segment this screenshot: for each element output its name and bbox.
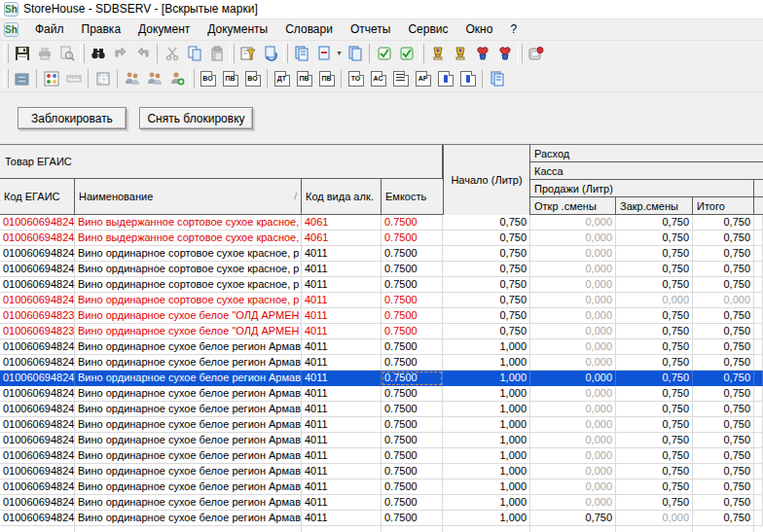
header-col-name[interactable]: Наименование / bbox=[75, 179, 302, 214]
check-active-button[interactable] bbox=[373, 43, 395, 64]
cell-alc-code[interactable]: 4011 bbox=[302, 402, 382, 417]
session-record-button[interactable] bbox=[525, 43, 547, 64]
unlock-button[interactable]: Снять блокировку bbox=[139, 107, 253, 129]
cell-egais-code[interactable]: 0100606948240 bbox=[0, 277, 75, 293]
cell-capacity[interactable]: 0.7500 bbox=[382, 308, 443, 324]
cell-egais-code[interactable]: 0100606948240 bbox=[0, 511, 75, 526]
cell-close-shift[interactable]: 0,750 bbox=[616, 433, 693, 448]
menu-item-отчеты[interactable]: Отчеты bbox=[342, 20, 399, 38]
header-group-sales[interactable]: Продажи (Литр) bbox=[530, 180, 754, 196]
cell-total[interactable]: 0,750 bbox=[693, 371, 754, 386]
trophy-gold-button-2[interactable] bbox=[449, 43, 471, 64]
cell-egais-code[interactable]: 0100606948240 bbox=[0, 339, 75, 355]
document-remove-button[interactable] bbox=[312, 43, 335, 64]
cell-start[interactable]: 0,750 bbox=[443, 277, 530, 293]
palette-dots-button[interactable] bbox=[40, 68, 62, 89]
cell-close-shift[interactable]: 0,750 bbox=[616, 495, 693, 511]
table-row[interactable]: 0100606948240 Вино ординарное сухое бело… bbox=[0, 339, 763, 355]
menu-item-правка[interactable]: Правка bbox=[73, 20, 130, 38]
header-col-start[interactable]: Начало (Литр) bbox=[443, 145, 530, 215]
cell-close-shift[interactable]: 0,750 bbox=[616, 339, 693, 355]
cell-alc-code[interactable]: 4011 bbox=[302, 339, 382, 355]
cell-alc-code[interactable]: 4011 bbox=[302, 433, 382, 448]
badge-color-button-2[interactable] bbox=[493, 43, 516, 64]
document-type-button[interactable]: ПВ bbox=[315, 68, 338, 89]
cell-name[interactable]: Вино ординарное сортовое сухое красное, … bbox=[75, 277, 302, 293]
print-preview-button[interactable] bbox=[55, 43, 78, 64]
table-row[interactable]: 0100606948240 Вино ординарное сухое бело… bbox=[0, 448, 763, 464]
document-type-button[interactable] bbox=[389, 68, 412, 89]
cell-capacity[interactable]: 0.7500 bbox=[382, 386, 443, 402]
cell-close-shift[interactable]: 0,750 bbox=[616, 386, 693, 402]
menu-item-окно[interactable]: Окно bbox=[457, 20, 502, 38]
document-type-button[interactable]: АР bbox=[412, 68, 434, 89]
cell-start[interactable]: 1,000 bbox=[443, 433, 530, 448]
document-type-button[interactable]: ВО bbox=[241, 68, 264, 89]
chevron-down-icon[interactable]: ▾ bbox=[335, 43, 344, 64]
check-all-button[interactable] bbox=[395, 43, 418, 64]
cell-alc-code[interactable]: 4011 bbox=[302, 371, 382, 386]
undo-button[interactable] bbox=[259, 43, 281, 64]
cell-open-shift[interactable]: 0,000 bbox=[530, 339, 616, 355]
cell-alc-code[interactable]: 4011 bbox=[302, 448, 382, 464]
cell-egais-code[interactable]: 0100606948240 bbox=[0, 417, 75, 433]
document-type-button[interactable] bbox=[434, 68, 456, 89]
grid-button[interactable] bbox=[91, 68, 114, 89]
cell-close-shift[interactable]: 0,750 bbox=[616, 246, 693, 262]
cell-close-shift[interactable]: 0,000 bbox=[616, 293, 693, 308]
cell-open-shift[interactable]: 0,000 bbox=[530, 231, 616, 246]
cell-close-shift[interactable]: 0,750 bbox=[616, 417, 693, 433]
cell-capacity[interactable]: 0.7500 bbox=[382, 402, 443, 417]
header-group-kassa[interactable]: Касса bbox=[530, 162, 763, 179]
toolbar-grip[interactable] bbox=[4, 44, 9, 63]
cell-close-shift[interactable]: 0,750 bbox=[616, 464, 693, 479]
print-button[interactable] bbox=[33, 43, 55, 64]
cell-total[interactable]: 0,750 bbox=[693, 277, 754, 293]
cell-start[interactable]: 1,000 bbox=[443, 448, 530, 464]
header-col-total[interactable]: Итого bbox=[693, 197, 754, 214]
document-type-button[interactable]: ДТ bbox=[271, 68, 293, 89]
cell-egais-code[interactable]: 0100606948240 bbox=[0, 464, 75, 479]
cell-egais-code[interactable]: 0100606948240 bbox=[0, 371, 75, 386]
cell-alc-code[interactable]: 4061 bbox=[302, 231, 382, 246]
cell-open-shift[interactable]: 0,750 bbox=[530, 511, 616, 526]
cell-close-shift[interactable]: 0,750 bbox=[616, 479, 693, 495]
cell-capacity[interactable]: 0.7500 bbox=[382, 262, 443, 277]
cell-capacity[interactable]: 0.7500 bbox=[382, 495, 443, 511]
header-col-close-shift[interactable]: Закр.смены bbox=[616, 197, 693, 214]
find-prev-button[interactable] bbox=[131, 43, 154, 64]
cell-open-shift[interactable]: 0,000 bbox=[530, 293, 616, 308]
cell-total[interactable]: 0,750 bbox=[693, 215, 754, 231]
cell-egais-code[interactable]: 0100606948240 bbox=[0, 433, 75, 448]
cell-egais-code[interactable]: 0100606948240 bbox=[0, 479, 75, 495]
documents-stack-button[interactable] bbox=[486, 68, 508, 89]
header-group-product[interactable]: Товар ЕГАИС bbox=[0, 145, 443, 179]
cell-capacity[interactable]: 0.7500 bbox=[382, 277, 443, 293]
cell-name[interactable]: Вино ординарное сухое белое регион Армав bbox=[75, 511, 302, 526]
cell-egais-code[interactable]: 0100606948240 bbox=[0, 262, 75, 277]
table-row[interactable]: 0100606948240 Вино ординарное сортовое с… bbox=[0, 262, 763, 277]
cell-capacity[interactable]: 0.7500 bbox=[382, 479, 443, 495]
cell-start[interactable]: 1,000 bbox=[443, 402, 530, 417]
cell-start[interactable]: 1,000 bbox=[443, 371, 530, 386]
table-row[interactable]: 0100606948240 Вино ординарное сухое бело… bbox=[0, 417, 763, 433]
cell-name[interactable]: Вино ординарное сухое белое регион Армав bbox=[75, 479, 302, 495]
cell-name[interactable]: Вино выдержанное сортовое сухое красное, bbox=[75, 231, 302, 246]
cell-alc-code[interactable]: 4011 bbox=[302, 277, 382, 293]
cell-close-shift[interactable]: 0,750 bbox=[616, 262, 693, 277]
cell-egais-code[interactable]: 0100606948240 bbox=[0, 448, 75, 464]
cell-total[interactable]: 0,750 bbox=[693, 511, 754, 526]
cell-start[interactable]: 1,000 bbox=[443, 464, 530, 479]
cell-total[interactable]: 0,750 bbox=[693, 479, 754, 495]
cell-name[interactable]: Вино ординарное сухое белое регион Армав bbox=[75, 495, 302, 511]
table-row[interactable]: 0100606948240 Вино ординарное сухое бело… bbox=[0, 511, 763, 526]
table-row[interactable]: 0100606948240 Вино ординарное сухое бело… bbox=[0, 402, 763, 417]
cell-close-shift[interactable]: 0,750 bbox=[616, 277, 693, 293]
toolbar-grip[interactable] bbox=[419, 44, 424, 63]
cell-capacity[interactable]: 0.7500 bbox=[382, 339, 443, 355]
cell-capacity[interactable]: 0.7500 bbox=[382, 448, 443, 464]
cell-alc-code[interactable]: 4011 bbox=[302, 355, 382, 371]
cabinet-button[interactable] bbox=[11, 68, 33, 89]
cell-egais-code[interactable]: 0100606948240 bbox=[0, 355, 75, 371]
cell-alc-code[interactable]: 4011 bbox=[302, 479, 382, 495]
